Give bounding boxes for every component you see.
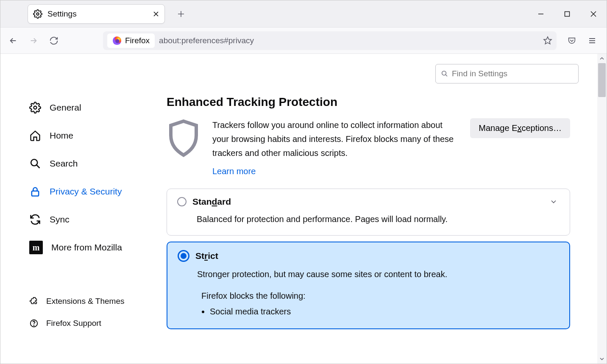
svg-point-0 (36, 13, 39, 15)
gear-icon (29, 102, 41, 114)
protection-option-strict[interactable]: Strict Stronger protection, but may caus… (167, 242, 570, 329)
close-window-button[interactable] (580, 0, 607, 28)
sidebar-item-support[interactable]: Firefox Support (27, 314, 158, 333)
manage-exceptions-button[interactable]: Manage Exceptions… (470, 118, 570, 138)
sidebar-item-general[interactable]: General (27, 95, 158, 120)
new-tab-button[interactable] (173, 6, 189, 22)
window-controls (528, 0, 607, 28)
mozilla-icon: m (29, 241, 43, 254)
home-icon (29, 130, 41, 142)
scrollbar[interactable] (597, 54, 607, 364)
identity-box[interactable]: Firefox (107, 33, 155, 48)
blocks-list: Social media trackers (210, 307, 559, 317)
sidebar-label: Sync (50, 214, 70, 225)
sidebar-item-sync[interactable]: Sync (27, 207, 158, 232)
radio-standard[interactable] (177, 197, 187, 206)
option-title: Standard (192, 197, 231, 207)
sidebar-label: Firefox Support (46, 319, 101, 328)
close-icon[interactable] (153, 11, 159, 17)
identity-label: Firefox (125, 36, 150, 45)
learn-more-link[interactable]: Learn more (212, 164, 256, 178)
sidebar-label: Privacy & Security (50, 186, 122, 197)
etp-description: Trackers follow you around online to col… (212, 118, 458, 160)
sidebar-label: Search (50, 158, 78, 169)
svg-point-3 (115, 39, 119, 43)
puzzle-icon (29, 297, 39, 306)
firefox-logo-icon (112, 36, 122, 45)
svg-point-9 (33, 325, 34, 325)
chevron-down-icon[interactable] (549, 197, 558, 206)
list-item: Social media trackers (210, 307, 559, 317)
settings-content: Enhanced Tracking Protection Trackers fo… (167, 95, 570, 335)
option-description: Stronger protection, but may cause some … (197, 268, 559, 281)
gear-icon (33, 9, 42, 19)
svg-point-6 (31, 159, 37, 166)
radio-strict[interactable] (178, 250, 189, 262)
shield-icon (167, 118, 200, 158)
reload-button[interactable] (45, 31, 63, 50)
svg-rect-7 (32, 191, 39, 196)
protection-option-standard[interactable]: Standard Balanced for protection and per… (167, 189, 570, 236)
settings-search-box[interactable] (435, 64, 579, 83)
page-title: Enhanced Tracking Protection (167, 95, 570, 109)
option-description: Balanced for protection and performance.… (197, 213, 560, 226)
sidebar-item-search[interactable]: Search (27, 151, 158, 176)
maximize-button[interactable] (554, 0, 580, 28)
sidebar-item-more-mozilla[interactable]: m More from Mozilla (27, 235, 158, 260)
tab-label: Settings (47, 9, 148, 19)
url-bar[interactable]: Firefox about:preferences#privacy (103, 31, 557, 50)
sidebar-label: General (50, 103, 81, 113)
nav-toolbar: Firefox about:preferences#privacy (0, 28, 607, 54)
sidebar-item-extensions[interactable]: Extensions & Themes (27, 292, 158, 311)
scroll-down-arrow-icon[interactable] (597, 354, 607, 364)
sidebar-label: Extensions & Themes (46, 297, 124, 306)
option-title: Strict (195, 251, 218, 261)
url-text: about:preferences#privacy (159, 36, 539, 45)
search-icon (441, 70, 448, 78)
sidebar-item-privacy[interactable]: Privacy & Security (27, 179, 158, 204)
bookmark-star-icon[interactable] (543, 36, 552, 45)
scroll-up-arrow-icon[interactable] (597, 54, 607, 63)
app-menu-button[interactable] (583, 31, 601, 50)
scrollbar-thumb[interactable] (598, 63, 606, 97)
sidebar-label: More from Mozilla (51, 242, 122, 253)
back-button[interactable] (4, 31, 22, 50)
svg-point-5 (34, 106, 37, 109)
search-icon (29, 158, 41, 169)
svg-rect-1 (565, 12, 570, 17)
settings-search-input[interactable] (452, 69, 573, 78)
sync-icon (29, 214, 41, 225)
pocket-button[interactable] (562, 31, 581, 50)
lock-icon (29, 186, 41, 197)
forward-button[interactable] (24, 31, 43, 50)
help-icon (29, 319, 39, 328)
svg-point-4 (442, 71, 446, 75)
tab-settings[interactable]: Settings (28, 4, 165, 24)
settings-sidebar: General Home Search Privacy & Security S… (27, 95, 158, 335)
sidebar-item-home[interactable]: Home (27, 123, 158, 148)
sidebar-label: Home (50, 131, 73, 141)
blocks-heading: Firefox blocks the following: (201, 291, 559, 301)
tab-strip: Settings (0, 0, 607, 28)
minimize-button[interactable] (528, 0, 554, 28)
